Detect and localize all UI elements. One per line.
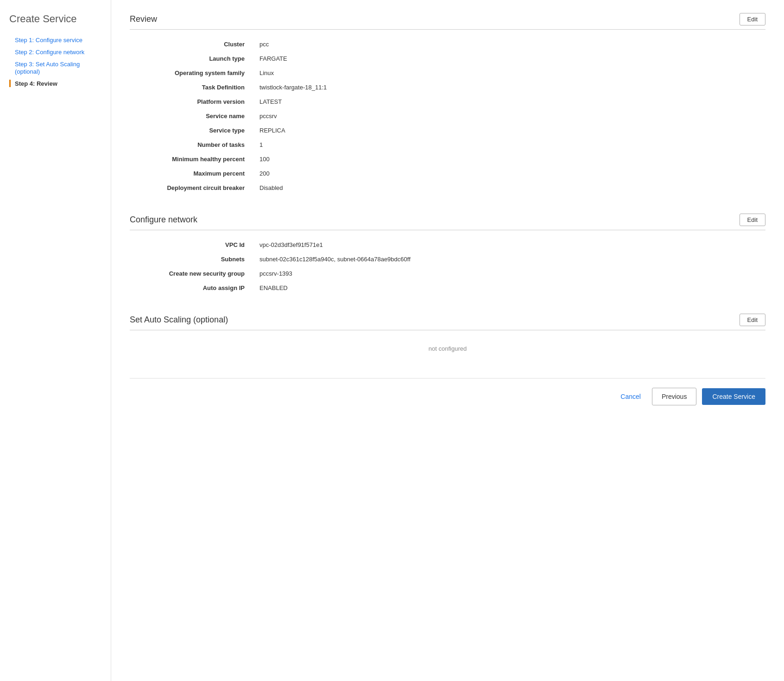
sidebar-item-step4: Step 4: Review — [9, 80, 101, 87]
field-value: pccsrv — [250, 109, 765, 123]
field-label: Maximum percent — [130, 166, 250, 181]
field-value: 200 — [250, 166, 765, 181]
field-label: Minimum healthy percent — [130, 152, 250, 166]
autoscaling-section: Set Auto Scaling (optional) Edit not con… — [130, 314, 765, 359]
table-row: Task Definition twistlock-fargate-18_11:… — [130, 80, 765, 95]
table-row: Subnets subnet-02c361c128f5a940c, subnet… — [130, 252, 765, 266]
review-field-table: Cluster pcc Launch type FARGATE Operatin… — [130, 37, 765, 195]
step-list: Step 1: Configure service Step 2: Config… — [9, 36, 101, 87]
table-row: Operating system family Linux — [130, 66, 765, 80]
table-row: Service type REPLICA — [130, 123, 765, 138]
step3-link[interactable]: Step 3: Set Auto Scaling (optional) — [15, 61, 80, 75]
field-label: Subnets — [130, 252, 250, 266]
table-row: Service name pccsrv — [130, 109, 765, 123]
field-value: 100 — [250, 152, 765, 166]
field-value: vpc-02d3df3ef91f571e1 — [250, 238, 765, 252]
table-row: Deployment circuit breaker Disabled — [130, 181, 765, 195]
footer-divider — [130, 378, 765, 378]
network-section-header: Configure network Edit — [130, 214, 765, 230]
field-label: VPC Id — [130, 238, 250, 252]
table-row: Cluster pcc — [130, 37, 765, 51]
review-section: Review Edit Cluster pcc Launch type FARG… — [130, 13, 765, 195]
field-label: Deployment circuit breaker — [130, 181, 250, 195]
field-label: Number of tasks — [130, 138, 250, 152]
sidebar-item-step2[interactable]: Step 2: Configure network — [9, 48, 101, 56]
review-section-title: Review — [130, 14, 157, 24]
field-value: pccsrv-1393 — [250, 266, 765, 281]
field-label: Operating system family — [130, 66, 250, 80]
main-content: Review Edit Cluster pcc Launch type FARG… — [111, 0, 784, 681]
sidebar-item-step3[interactable]: Step 3: Set Auto Scaling (optional) — [9, 60, 101, 75]
autoscaling-edit-button[interactable]: Edit — [740, 314, 765, 326]
review-section-header: Review Edit — [130, 13, 765, 30]
page-title: Create Service — [9, 13, 101, 25]
table-row: Create new security group pccsrv-1393 — [130, 266, 765, 281]
field-label: Platform version — [130, 95, 250, 109]
field-value: 1 — [250, 138, 765, 152]
network-section-title: Configure network — [130, 215, 197, 225]
network-field-table: VPC Id vpc-02d3df3ef91f571e1 Subnets sub… — [130, 238, 765, 295]
autoscaling-section-header: Set Auto Scaling (optional) Edit — [130, 314, 765, 330]
previous-button[interactable]: Previous — [652, 388, 696, 405]
footer-actions: Cancel Previous Create Service — [130, 388, 765, 419]
step2-link[interactable]: Step 2: Configure network — [15, 49, 84, 56]
table-row: Platform version LATEST — [130, 95, 765, 109]
cancel-button[interactable]: Cancel — [615, 389, 646, 404]
step1-link[interactable]: Step 1: Configure service — [15, 37, 82, 44]
network-edit-button[interactable]: Edit — [740, 214, 765, 226]
table-row: Launch type FARGATE — [130, 51, 765, 66]
field-value: Disabled — [250, 181, 765, 195]
table-row: Number of tasks 1 — [130, 138, 765, 152]
network-section: Configure network Edit VPC Id vpc-02d3df… — [130, 214, 765, 295]
field-value: twistlock-fargate-18_11:1 — [250, 80, 765, 95]
not-configured-text: not configured — [130, 338, 765, 359]
step4-label: Step 4: Review — [15, 80, 57, 87]
table-row: Auto assign IP ENABLED — [130, 281, 765, 295]
table-row: VPC Id vpc-02d3df3ef91f571e1 — [130, 238, 765, 252]
create-service-button[interactable]: Create Service — [702, 388, 765, 405]
field-value: subnet-02c361c128f5a940c, subnet-0664a78… — [250, 252, 765, 266]
review-edit-button[interactable]: Edit — [740, 13, 765, 25]
field-label: Service type — [130, 123, 250, 138]
table-row: Maximum percent 200 — [130, 166, 765, 181]
field-value: pcc — [250, 37, 765, 51]
field-label: Cluster — [130, 37, 250, 51]
field-label: Create new security group — [130, 266, 250, 281]
field-value: Linux — [250, 66, 765, 80]
field-label: Auto assign IP — [130, 281, 250, 295]
field-value: LATEST — [250, 95, 765, 109]
field-label: Launch type — [130, 51, 250, 66]
field-label: Task Definition — [130, 80, 250, 95]
sidebar: Create Service Step 1: Configure service… — [0, 0, 111, 681]
autoscaling-section-title: Set Auto Scaling (optional) — [130, 315, 228, 325]
field-value: REPLICA — [250, 123, 765, 138]
field-label: Service name — [130, 109, 250, 123]
field-value: ENABLED — [250, 281, 765, 295]
table-row: Minimum healthy percent 100 — [130, 152, 765, 166]
field-value: FARGATE — [250, 51, 765, 66]
sidebar-item-step1[interactable]: Step 1: Configure service — [9, 36, 101, 44]
